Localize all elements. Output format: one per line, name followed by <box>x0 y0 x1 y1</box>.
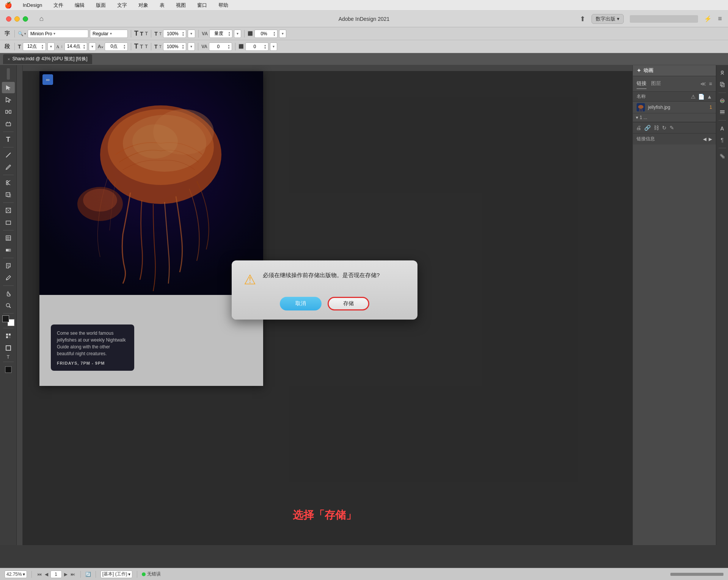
lightning-icon[interactable]: ⚡ <box>704 15 712 22</box>
page-number-field[interactable]: 1 <box>50 571 62 578</box>
view-mode-button[interactable] <box>2 330 15 342</box>
tt-icon-2[interactable]: T <box>140 30 143 37</box>
tb2-tt-1[interactable]: T <box>134 42 138 50</box>
tb2-va-field[interactable]: 0 ▲ ▼ <box>209 42 232 51</box>
menu-edit[interactable]: 编辑 <box>72 1 87 9</box>
tb2-tt-3[interactable]: T <box>145 44 148 49</box>
relink-icon[interactable]: 🖨 <box>636 125 641 131</box>
next-page-btn[interactable]: ▶ <box>63 572 68 577</box>
zoom-dropdown[interactable]: 42.75% ▾ <box>5 571 27 578</box>
direct-selection-tool[interactable] <box>2 94 15 105</box>
tb2-field2[interactable]: 0 ▲ ▼ <box>245 42 268 51</box>
profile-select[interactable]: [基本] (工作) ▾ <box>100 571 132 578</box>
foreground-color-swatch[interactable] <box>2 315 9 322</box>
font-style-dropdown[interactable]: Regular ▾ <box>90 30 128 38</box>
document-tab[interactable]: × Share.indd @ 43% [GPU 预览] [转换] <box>3 54 92 64</box>
va-field[interactable]: 量度 ▲ ▼ <box>209 30 232 38</box>
share-button[interactable]: ⬆ <box>580 15 585 23</box>
hand-tool[interactable] <box>2 288 15 299</box>
rectangle-tool[interactable] <box>2 217 15 228</box>
gap-tool[interactable] <box>2 106 15 118</box>
paragraph-styles-btn[interactable]: ¶ <box>717 135 727 145</box>
menu-indesign[interactable]: InDesign <box>20 2 44 9</box>
kerning-field[interactable]: 0% ▲ ▼ <box>254 30 278 38</box>
info-prev-arrow[interactable]: ◀ <box>703 136 706 142</box>
info-next-arrow[interactable]: ▶ <box>709 136 712 142</box>
leading-unit[interactable]: ▾ <box>89 42 96 51</box>
zoom-control[interactable]: 42.75% ▾ <box>5 571 27 578</box>
sort-icon[interactable]: ▲ <box>707 94 712 100</box>
font-dropdown-arrow[interactable]: ▾ <box>24 32 26 36</box>
note-tool[interactable] <box>2 260 15 271</box>
menu-table[interactable]: 表 <box>157 1 167 9</box>
transform-tool[interactable] <box>2 189 15 201</box>
save-button[interactable]: 存储 <box>328 297 369 310</box>
scroll-indicator[interactable] <box>670 573 723 576</box>
link-item-jellyfish[interactable]: jellyfish.jpg 1 <box>633 102 716 113</box>
character-styles-btn[interactable]: A <box>717 124 727 133</box>
preflight-btn[interactable]: 🔄 <box>85 572 91 577</box>
rectangle-frame-tool[interactable] <box>2 205 15 216</box>
menu-window[interactable]: 窗口 <box>195 1 209 9</box>
links-info-section[interactable]: 链接信息 ◀ ▶ <box>633 133 716 144</box>
links-panel-btn[interactable] <box>717 68 727 78</box>
type-tool[interactable]: T <box>2 134 15 145</box>
scissors-tool[interactable] <box>2 177 15 188</box>
layers-tab[interactable]: 图层 <box>651 78 661 89</box>
hamburger-icon[interactable]: ≡ <box>718 15 722 23</box>
digital-pub-button[interactable]: 数字出版 ▾ <box>592 14 624 24</box>
stroke-panel-btn[interactable] <box>717 107 727 117</box>
links-tab[interactable]: 链接 <box>637 78 646 89</box>
tb2-size-field[interactable]: 100% ▲ ▼ <box>163 42 186 51</box>
para-size-unit[interactable]: ▾ <box>47 42 55 51</box>
tb2-tt-2[interactable]: T <box>140 43 143 50</box>
screen-mode-button[interactable] <box>2 342 15 354</box>
para-size-field[interactable]: 12点 ▲ ▼ <box>23 42 46 51</box>
maximize-window-button[interactable] <box>23 16 28 22</box>
expand-arrow[interactable]: ▾ <box>636 115 638 120</box>
eyedropper-tool[interactable] <box>2 272 15 284</box>
update-icon[interactable]: ↻ <box>662 125 667 131</box>
font-size-field[interactable]: 100% ▲ ▼ <box>163 30 186 38</box>
effects-panel-btn[interactable] <box>717 151 727 161</box>
color-swatches[interactable] <box>2 315 14 326</box>
black-square-btn[interactable] <box>2 364 15 375</box>
link-icon[interactable]: 🔗 <box>644 125 651 131</box>
tt-icon-3[interactable]: T <box>145 31 148 36</box>
minimize-window-button[interactable] <box>14 16 20 22</box>
links-expand-row[interactable]: ▾ 1 ... <box>633 113 716 122</box>
menu-layout[interactable]: 版面 <box>94 1 108 9</box>
tab-close-button[interactable]: × <box>8 57 10 61</box>
measure-unit-dropdown[interactable]: ▾ <box>234 30 241 38</box>
kerning-unit-dropdown[interactable]: ▾ <box>279 30 286 38</box>
selection-tool[interactable] <box>2 82 15 93</box>
collapse-left-icon[interactable]: ≪ <box>700 81 706 87</box>
font-name-dropdown[interactable]: Minion Pro ▾ <box>28 30 88 38</box>
panel-menu-icon[interactable]: ≡ <box>709 81 712 87</box>
menu-help[interactable]: 帮助 <box>216 1 231 9</box>
apple-menu[interactable]: 🍎 <box>5 2 12 9</box>
close-window-button[interactable] <box>6 16 11 22</box>
tb2-size-unit[interactable]: ▾ <box>188 42 195 51</box>
menu-object[interactable]: 对象 <box>136 1 151 9</box>
panel-collapse-handle[interactable] <box>7 68 10 80</box>
tt-icon-1[interactable]: T <box>134 30 138 38</box>
cancel-button[interactable]: 取消 <box>280 297 322 310</box>
table-tool[interactable] <box>2 232 15 244</box>
content-collector-tool[interactable] <box>2 118 15 130</box>
leading-field[interactable]: 14.4点 ▲ ▼ <box>64 42 88 51</box>
pencil-tool[interactable] <box>2 161 15 173</box>
tb2-field2-unit[interactable]: ▾ <box>270 42 277 51</box>
text-tool-small[interactable]: T <box>7 354 9 360</box>
edit-original-icon[interactable]: ✎ <box>670 125 674 131</box>
last-page-btn[interactable]: ⏭ <box>70 572 76 577</box>
unlink-icon[interactable]: ⛓ <box>654 125 659 131</box>
title-search-bar[interactable] <box>630 15 698 23</box>
profile-dropdown[interactable]: [基本] (工作) ▾ <box>100 571 132 578</box>
prev-page-btn[interactable]: ◀ <box>44 572 49 577</box>
menu-view[interactable]: 视图 <box>174 1 188 9</box>
size-unit-dropdown[interactable]: ▾ <box>188 30 195 38</box>
gradient-tool[interactable] <box>2 245 15 256</box>
line-tool[interactable] <box>2 149 15 161</box>
home-icon[interactable]: ⌂ <box>39 15 44 23</box>
